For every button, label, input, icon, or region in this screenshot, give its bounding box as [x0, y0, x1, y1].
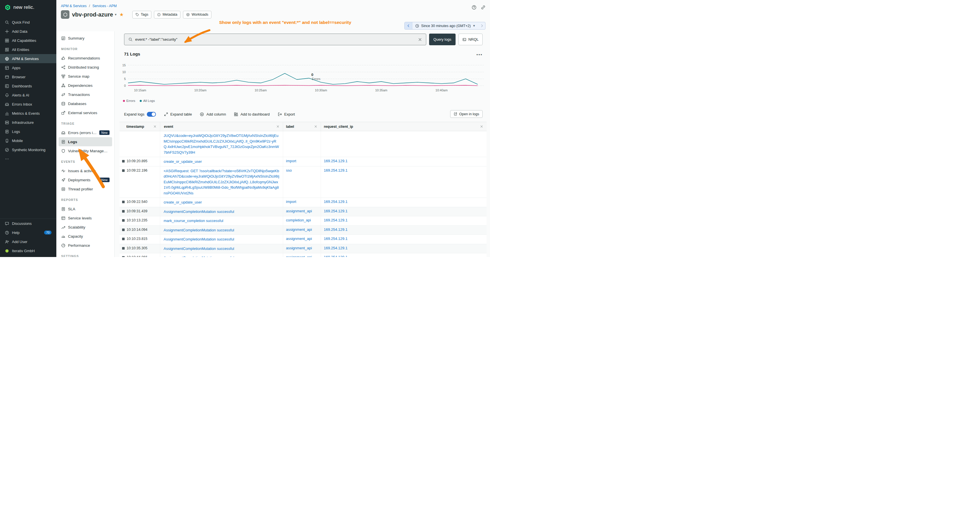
subnav-item-databases[interactable]: Databases	[59, 99, 112, 108]
table-row[interactable]: 10:09:22.196<ASGIRequest: GET '/sso/call…	[119, 167, 487, 198]
row-checkbox[interactable]	[122, 256, 125, 257]
event-link[interactable]: AssignmentCompletionMutation successful	[164, 256, 234, 257]
table-row[interactable]: 10:10:44.066AssignmentCompletionMutation…	[119, 253, 487, 257]
table-row[interactable]: 10:10:23.815AssignmentCompletionMutation…	[119, 235, 487, 244]
ip-link[interactable]: 169.254.129.1	[324, 255, 347, 257]
event-link[interactable]: <ASGIRequest: GET '/sso/callback/?state=…	[164, 169, 279, 195]
row-checkbox[interactable]	[122, 238, 125, 240]
favorite-star-icon[interactable]: ★	[119, 12, 124, 18]
ip-link[interactable]: 169.254.129.1	[324, 168, 347, 172]
label-link[interactable]: assignment_api	[286, 255, 312, 257]
add-column-button[interactable]: Add column	[200, 112, 226, 116]
label-link[interactable]: assignment_api	[286, 237, 312, 241]
sidebar-item-synthetic-monitoring[interactable]: Synthetic Monitoring	[0, 145, 56, 154]
sidebar-footer-iterativ-gmbh[interactable]: Iterativ GmbH	[0, 246, 56, 255]
ip-link[interactable]: 169.254.129.1	[324, 199, 347, 204]
ip-link[interactable]: 169.254.129.1	[324, 246, 347, 250]
row-checkbox[interactable]	[122, 160, 125, 162]
ip-link[interactable]: 169.254.129.1	[324, 218, 347, 222]
sidebar-item-errors-inbox[interactable]: Errors Inbox	[0, 100, 56, 109]
subnav-item-summary[interactable]: Summary	[59, 33, 112, 43]
sidebar-footer-help[interactable]: Help70	[0, 228, 56, 237]
legend-item-all-logs[interactable]: All Logs	[140, 99, 155, 102]
time-range-button[interactable]: Since 30 minutes ago (GMT+2) ▼	[412, 24, 478, 28]
event-link[interactable]: mark_course_completion successful	[164, 219, 223, 223]
label-link[interactable]: completion_api	[286, 218, 311, 222]
subnav-item-sla[interactable]: SLA	[59, 204, 112, 213]
table-row[interactable]: 10:10:35.305AssignmentCompletionMutation…	[119, 244, 487, 254]
ip-link[interactable]: 169.254.129.1	[324, 159, 347, 163]
sidebar-footer-discussions[interactable]: Discussions	[0, 219, 56, 228]
sidebar-item-add-data[interactable]: Add Data	[0, 27, 56, 36]
event-link[interactable]: AssignmentCompletionMutation successful	[164, 237, 234, 241]
sidebar-item-all-capabilities[interactable]: All Capabilities	[0, 36, 56, 45]
subnav-item-service-levels[interactable]: Service levels	[59, 213, 112, 223]
row-checkbox[interactable]	[122, 229, 125, 231]
ip-link[interactable]: 169.254.129.1	[324, 209, 347, 213]
event-link[interactable]: create_or_update_user	[164, 200, 202, 204]
column-header-event[interactable]: event	[160, 122, 283, 131]
column-header-label[interactable]: label	[283, 122, 321, 131]
remove-column-icon[interactable]	[480, 125, 483, 128]
new-relic-logo[interactable]: new relic.	[0, 0, 56, 15]
table-row[interactable]: 10:10:14.094AssignmentCompletionMutation…	[119, 226, 487, 235]
event-link[interactable]: JUQVU&code=eyJraWQiOiJjcGltY29yZV8wOTl1M…	[164, 134, 279, 154]
sidebar-item-logs[interactable]: Logs	[0, 127, 56, 136]
query-logs-button[interactable]: Query logs	[429, 33, 455, 45]
permalink-icon[interactable]	[480, 5, 486, 10]
column-header-timestamp[interactable]: timestamp	[119, 122, 160, 131]
breadcrumb-link-apm-services[interactable]: APM & Services	[61, 4, 86, 8]
metadata-button[interactable]: Metadata	[154, 11, 180, 19]
help-circle-icon[interactable]	[471, 5, 477, 10]
subnav-item-scalability[interactable]: Scalability	[59, 223, 112, 232]
sidebar-item-all-entities[interactable]: All Entities	[0, 45, 56, 54]
sidebar-item-apm-services[interactable]: APM & Services	[0, 54, 56, 63]
sidebar-item-apps[interactable]: Apps	[0, 63, 56, 72]
event-link[interactable]: create_or_update_user	[164, 159, 202, 164]
subnav-item-deployments[interactable]: DeploymentsNew	[59, 175, 112, 185]
label-link[interactable]: import	[286, 159, 296, 163]
sidebar-footer-add-user[interactable]: Add User	[0, 237, 56, 246]
subnav-item-errors-errors-inb[interactable]: Errors (errors inb...New	[59, 128, 112, 137]
tags-button[interactable]: Tags	[132, 11, 151, 19]
export-button[interactable]: Export	[278, 112, 295, 116]
row-checkbox[interactable]	[122, 219, 125, 222]
sidebar-item-metrics-events[interactable]: Metrics & Events	[0, 109, 56, 118]
remove-column-icon[interactable]	[276, 125, 280, 128]
label-link[interactable]: sso	[286, 168, 292, 172]
add-to-dashboard-button[interactable]: Add to dashboard	[234, 112, 270, 116]
log-search-input[interactable]: event:* -"label":"security"	[124, 33, 426, 45]
column-header-request_client_ip[interactable]: request_client_ip	[321, 122, 487, 131]
nrql-button[interactable]: NRQL	[458, 33, 483, 45]
open-in-logs-button[interactable]: Open in logs	[450, 110, 483, 118]
table-row[interactable]: 10:10:13.235mark_course_completion succe…	[119, 216, 487, 226]
table-row[interactable]: 10:09:20.895create_or_update_userimport1…	[119, 157, 487, 167]
subnav-item-capacity[interactable]: Capacity	[59, 232, 112, 241]
remove-column-icon[interactable]	[153, 125, 156, 128]
event-link[interactable]: AssignmentCompletionMutation successful	[164, 228, 234, 232]
row-checkbox[interactable]	[122, 247, 125, 250]
sidebar-item-dashboards[interactable]: Dashboards	[0, 81, 56, 91]
row-checkbox[interactable]	[122, 201, 125, 203]
ip-link[interactable]: 169.254.129.1	[324, 237, 347, 241]
sidebar-item-browser[interactable]: Browser	[0, 72, 56, 81]
subnav-item-thread-profiler[interactable]: Thread profiler	[59, 185, 112, 194]
sidebar-item-more[interactable]	[0, 154, 56, 163]
workloads-button[interactable]: Workloads	[183, 11, 212, 19]
expand-table-button[interactable]: Expand table	[164, 112, 192, 116]
label-link[interactable]: assignment_api	[286, 246, 312, 250]
time-back-button[interactable]	[405, 22, 412, 29]
subnav-item-transactions[interactable]: Transactions	[59, 90, 112, 99]
remove-column-icon[interactable]	[314, 125, 317, 128]
event-link[interactable]: AssignmentCompletionMutation successful	[164, 210, 234, 214]
expand-logs-toggle[interactable]	[147, 112, 156, 117]
time-forward-button[interactable]	[478, 22, 485, 29]
table-row[interactable]: 10:09:22.540create_or_update_userimport1…	[119, 198, 487, 207]
row-checkbox[interactable]	[122, 210, 125, 213]
table-row[interactable]: 10:09:31.439AssignmentCompletionMutation…	[119, 207, 487, 216]
legend-item-errors[interactable]: Errors	[123, 99, 135, 102]
subnav-item-performance[interactable]: Performance	[59, 241, 112, 250]
subnav-item-distributed-tracing[interactable]: Distributed tracing	[59, 63, 112, 72]
sidebar-item-alerts-ai[interactable]: Alerts & AI	[0, 91, 56, 100]
table-row[interactable]: JUQVU&code=eyJraWQiOiJjcGltY29yZV8wOTl1M…	[119, 131, 487, 157]
